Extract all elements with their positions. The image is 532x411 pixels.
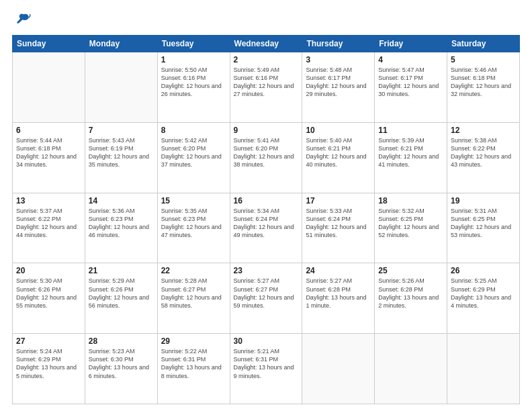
day-number: 5: [451, 55, 516, 64]
page: SundayMondayTuesdayWednesdayThursdayFrid…: [0, 0, 532, 411]
day-number: 22: [161, 266, 226, 275]
logo-bird-icon: [12, 11, 31, 30]
day-info: Sunrise: 5:29 AM Sunset: 6:26 PM Dayligh…: [89, 277, 154, 310]
day-info: Sunrise: 5:46 AM Sunset: 6:18 PM Dayligh…: [451, 66, 516, 99]
day-number: 3: [306, 55, 371, 64]
day-info: Sunrise: 5:42 AM Sunset: 6:20 PM Dayligh…: [161, 136, 226, 169]
calendar-cell: 28Sunrise: 5:23 AM Sunset: 6:30 PM Dayli…: [85, 334, 157, 404]
calendar-cell: 26Sunrise: 5:25 AM Sunset: 6:29 PM Dayli…: [447, 263, 520, 334]
calendar-cell: 23Sunrise: 5:27 AM Sunset: 6:27 PM Dayli…: [230, 263, 302, 334]
day-info: Sunrise: 5:30 AM Sunset: 6:26 PM Dayligh…: [16, 277, 81, 310]
calendar-cell: [13, 52, 85, 123]
calendar-cell: 24Sunrise: 5:27 AM Sunset: 6:28 PM Dayli…: [302, 263, 375, 334]
calendar-cell: 3Sunrise: 5:48 AM Sunset: 6:17 PM Daylig…: [302, 52, 375, 123]
week-row-3: 13Sunrise: 5:37 AM Sunset: 6:22 PM Dayli…: [13, 193, 520, 263]
day-info: Sunrise: 5:47 AM Sunset: 6:17 PM Dayligh…: [378, 66, 443, 99]
calendar-cell: 22Sunrise: 5:28 AM Sunset: 6:27 PM Dayli…: [157, 263, 230, 334]
calendar-cell: 19Sunrise: 5:31 AM Sunset: 6:25 PM Dayli…: [447, 193, 520, 263]
day-info: Sunrise: 5:48 AM Sunset: 6:17 PM Dayligh…: [306, 66, 371, 99]
week-row-4: 20Sunrise: 5:30 AM Sunset: 6:26 PM Dayli…: [13, 263, 520, 334]
day-info: Sunrise: 5:50 AM Sunset: 6:16 PM Dayligh…: [161, 66, 226, 99]
day-number: 11: [378, 126, 443, 135]
calendar-cell: 30Sunrise: 5:21 AM Sunset: 6:31 PM Dayli…: [230, 334, 302, 404]
calendar-header: SundayMondayTuesdayWednesdayThursdayFrid…: [13, 36, 520, 52]
calendar-cell: [85, 52, 157, 123]
day-number: 19: [451, 196, 516, 205]
day-info: Sunrise: 5:35 AM Sunset: 6:23 PM Dayligh…: [161, 207, 226, 240]
day-header-wednesday: Wednesday: [230, 36, 302, 52]
calendar-cell: 5Sunrise: 5:46 AM Sunset: 6:18 PM Daylig…: [447, 52, 520, 123]
calendar-cell: 9Sunrise: 5:41 AM Sunset: 6:20 PM Daylig…: [230, 122, 302, 193]
calendar-cell: 27Sunrise: 5:24 AM Sunset: 6:29 PM Dayli…: [13, 334, 85, 404]
day-info: Sunrise: 5:25 AM Sunset: 6:29 PM Dayligh…: [451, 277, 516, 310]
day-number: 1: [161, 55, 226, 64]
calendar-cell: 12Sunrise: 5:38 AM Sunset: 6:22 PM Dayli…: [447, 122, 520, 193]
day-info: Sunrise: 5:39 AM Sunset: 6:21 PM Dayligh…: [378, 136, 443, 169]
day-number: 27: [16, 336, 81, 346]
day-info: Sunrise: 5:44 AM Sunset: 6:18 PM Dayligh…: [16, 136, 81, 169]
week-row-1: 1Sunrise: 5:50 AM Sunset: 6:16 PM Daylig…: [13, 52, 520, 123]
logo: [12, 11, 34, 30]
calendar-cell: 2Sunrise: 5:49 AM Sunset: 6:16 PM Daylig…: [230, 52, 302, 123]
day-info: Sunrise: 5:38 AM Sunset: 6:22 PM Dayligh…: [451, 136, 516, 169]
day-info: Sunrise: 5:26 AM Sunset: 6:28 PM Dayligh…: [378, 277, 443, 310]
day-number: 6: [16, 126, 81, 135]
calendar-cell: 21Sunrise: 5:29 AM Sunset: 6:26 PM Dayli…: [85, 263, 157, 334]
day-info: Sunrise: 5:43 AM Sunset: 6:19 PM Dayligh…: [89, 136, 154, 169]
calendar-cell: [447, 334, 520, 404]
day-header-sunday: Sunday: [13, 36, 85, 52]
day-number: 18: [378, 196, 443, 205]
day-number: 15: [161, 196, 226, 205]
calendar-cell: 11Sunrise: 5:39 AM Sunset: 6:21 PM Dayli…: [375, 122, 447, 193]
calendar-cell: 4Sunrise: 5:47 AM Sunset: 6:17 PM Daylig…: [375, 52, 447, 123]
calendar-body: 1Sunrise: 5:50 AM Sunset: 6:16 PM Daylig…: [13, 52, 520, 404]
day-info: Sunrise: 5:24 AM Sunset: 6:29 PM Dayligh…: [16, 347, 81, 380]
day-info: Sunrise: 5:40 AM Sunset: 6:21 PM Dayligh…: [306, 136, 371, 169]
calendar-cell: 10Sunrise: 5:40 AM Sunset: 6:21 PM Dayli…: [302, 122, 375, 193]
day-info: Sunrise: 5:27 AM Sunset: 6:28 PM Dayligh…: [306, 277, 371, 310]
day-info: Sunrise: 5:28 AM Sunset: 6:27 PM Dayligh…: [161, 277, 226, 310]
day-header-monday: Monday: [85, 36, 157, 52]
calendar-cell: 7Sunrise: 5:43 AM Sunset: 6:19 PM Daylig…: [85, 122, 157, 193]
day-number: 30: [234, 336, 299, 346]
day-info: Sunrise: 5:32 AM Sunset: 6:25 PM Dayligh…: [378, 207, 443, 240]
day-number: 24: [306, 266, 371, 275]
day-number: 9: [234, 126, 299, 135]
calendar-cell: 13Sunrise: 5:37 AM Sunset: 6:22 PM Dayli…: [13, 193, 85, 263]
day-number: 25: [378, 266, 443, 275]
day-header-tuesday: Tuesday: [157, 36, 230, 52]
day-number: 28: [89, 336, 154, 346]
day-number: 7: [89, 126, 154, 135]
day-info: Sunrise: 5:49 AM Sunset: 6:16 PM Dayligh…: [234, 66, 299, 99]
header: [12, 11, 520, 30]
calendar-cell: 20Sunrise: 5:30 AM Sunset: 6:26 PM Dayli…: [13, 263, 85, 334]
day-header-saturday: Saturday: [447, 36, 520, 52]
calendar-cell: 29Sunrise: 5:22 AM Sunset: 6:31 PM Dayli…: [157, 334, 230, 404]
day-number: 29: [161, 336, 226, 346]
day-info: Sunrise: 5:23 AM Sunset: 6:30 PM Dayligh…: [89, 347, 154, 380]
calendar-cell: 8Sunrise: 5:42 AM Sunset: 6:20 PM Daylig…: [157, 122, 230, 193]
day-number: 10: [306, 126, 371, 135]
day-number: 20: [16, 266, 81, 275]
day-info: Sunrise: 5:41 AM Sunset: 6:20 PM Dayligh…: [234, 136, 299, 169]
day-number: 14: [89, 196, 154, 205]
day-number: 8: [161, 126, 226, 135]
day-info: Sunrise: 5:22 AM Sunset: 6:31 PM Dayligh…: [161, 347, 226, 380]
day-number: 16: [234, 196, 299, 205]
day-number: 4: [378, 55, 443, 64]
week-row-5: 27Sunrise: 5:24 AM Sunset: 6:29 PM Dayli…: [13, 334, 520, 404]
calendar-cell: 17Sunrise: 5:33 AM Sunset: 6:24 PM Dayli…: [302, 193, 375, 263]
day-info: Sunrise: 5:33 AM Sunset: 6:24 PM Dayligh…: [306, 207, 371, 240]
day-header-friday: Friday: [375, 36, 447, 52]
header-row: SundayMondayTuesdayWednesdayThursdayFrid…: [13, 36, 520, 52]
day-number: 17: [306, 196, 371, 205]
calendar-cell: 6Sunrise: 5:44 AM Sunset: 6:18 PM Daylig…: [13, 122, 85, 193]
day-info: Sunrise: 5:34 AM Sunset: 6:24 PM Dayligh…: [234, 207, 299, 240]
day-info: Sunrise: 5:21 AM Sunset: 6:31 PM Dayligh…: [234, 347, 299, 380]
day-number: 26: [451, 266, 516, 275]
calendar-cell: [375, 334, 447, 404]
day-number: 2: [234, 55, 299, 64]
day-number: 23: [234, 266, 299, 275]
calendar-cell: 15Sunrise: 5:35 AM Sunset: 6:23 PM Dayli…: [157, 193, 230, 263]
day-number: 12: [451, 126, 516, 135]
